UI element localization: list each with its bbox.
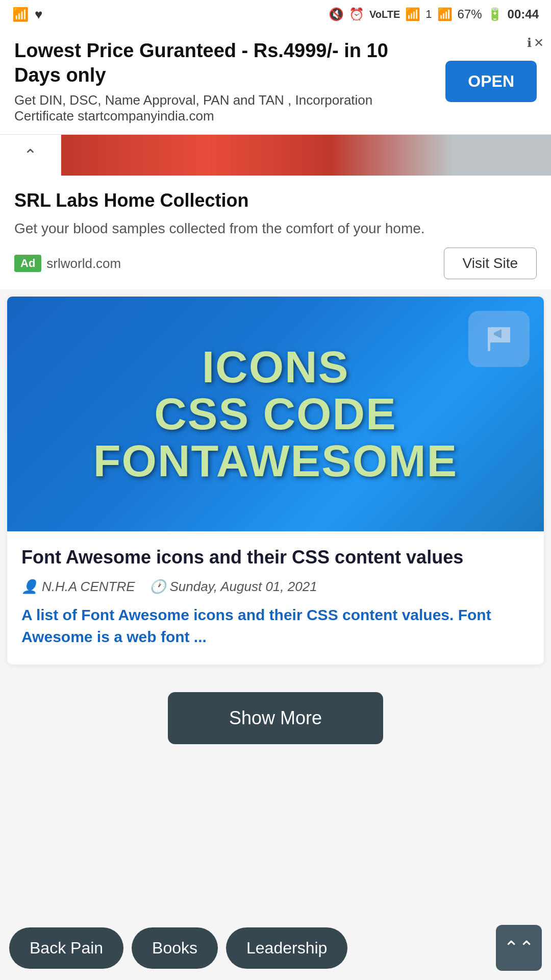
heart-icon: ♥ bbox=[35, 7, 42, 22]
bottom-tags-bar: Back Pain Books Leadership ⌃⌃ bbox=[0, 913, 551, 980]
srl-title: SRL Labs Home Collection bbox=[14, 190, 537, 211]
srl-footer: Ad srlworld.com Visit Site bbox=[14, 248, 537, 279]
article-card[interactable]: ICONSCSS CODEFONTAWESOME Font Awesome ic… bbox=[7, 297, 544, 665]
wifi-icon: 📶 bbox=[12, 7, 29, 22]
volte-icon: VoLTE bbox=[369, 9, 400, 20]
info-icon: ℹ bbox=[527, 36, 532, 50]
ad-banner-subtitle: Get DIN, DSC, Name Approval, PAN and TAN… bbox=[14, 92, 435, 124]
ad-badge: Ad bbox=[14, 255, 41, 272]
article-excerpt: A list of Font Awesome icons and their C… bbox=[21, 604, 530, 648]
article-image: ICONSCSS CODEFONTAWESOME bbox=[7, 297, 544, 531]
flag-icon bbox=[468, 311, 530, 367]
battery-icon: 🔋 bbox=[487, 7, 503, 21]
ad-banner-content: Lowest Price Guranteed - Rs.4999/- in 10… bbox=[14, 39, 435, 124]
show-more-button[interactable]: Show More bbox=[168, 692, 383, 744]
collapsed-image bbox=[61, 135, 551, 176]
scroll-top-button[interactable]: ⌃⌃ bbox=[496, 925, 542, 971]
ad-banner-title: Lowest Price Guranteed - Rs.4999/- in 10… bbox=[14, 39, 435, 87]
tag-chip-back-pain[interactable]: Back Pain bbox=[9, 927, 123, 969]
collapse-button[interactable]: ⌃ bbox=[0, 135, 61, 176]
clock-time: 00:44 bbox=[508, 7, 539, 21]
article-title: Font Awesome icons and their CSS content… bbox=[21, 546, 530, 570]
tag-chip-leadership[interactable]: Leadership bbox=[226, 927, 347, 969]
clock-icon: 🕐 bbox=[149, 579, 166, 595]
ad-banner: Lowest Price Guranteed - Rs.4999/- in 10… bbox=[0, 29, 551, 135]
article-meta: 👤 N.H.A CENTRE 🕐 Sunday, August 01, 2021 bbox=[21, 579, 530, 595]
signal-bars-icon: 📶 bbox=[437, 7, 453, 21]
ad-info-close[interactable]: ℹ ✕ bbox=[527, 36, 544, 50]
signal-wifi-icon: 📶 bbox=[405, 7, 420, 21]
date-text: Sunday, August 01, 2021 bbox=[170, 579, 317, 595]
alarm-icon: ⏰ bbox=[349, 7, 364, 21]
mute-icon: 🔇 bbox=[329, 7, 344, 21]
srl-source: Ad srlworld.com bbox=[14, 255, 121, 272]
author-name: N.H.A CENTRE bbox=[42, 579, 135, 595]
battery-percent: 67% bbox=[458, 7, 482, 21]
svg-rect-0 bbox=[488, 327, 490, 351]
article-author: 👤 N.H.A CENTRE bbox=[21, 579, 135, 595]
article-date: 🕐 Sunday, August 01, 2021 bbox=[149, 579, 317, 595]
srl-description: Get your blood samples collected from th… bbox=[14, 218, 537, 238]
article-body: Font Awesome icons and their CSS content… bbox=[7, 531, 544, 665]
chevron-up-icon: ⌃⌃ bbox=[504, 937, 534, 959]
status-right: 🔇 ⏰ VoLTE 📶 1 📶 67% 🔋 00:44 bbox=[329, 7, 539, 21]
show-more-section: Show More bbox=[0, 672, 551, 770]
close-icon: ✕ bbox=[534, 36, 544, 50]
user-icon: 👤 bbox=[21, 579, 38, 595]
srl-ad-section: SRL Labs Home Collection Get your blood … bbox=[0, 176, 551, 289]
ad-open-button[interactable]: OPEN bbox=[445, 61, 537, 102]
status-bar: 📶 ♥ 🔇 ⏰ VoLTE 📶 1 📶 67% 🔋 00:44 bbox=[0, 0, 551, 29]
sim-icon: 1 bbox=[425, 8, 432, 21]
tag-chip-books[interactable]: Books bbox=[132, 927, 218, 969]
srl-domain: srlworld.com bbox=[46, 256, 121, 272]
article-image-overlay-text: ICONSCSS CODEFONTAWESOME bbox=[93, 344, 458, 485]
collapsed-section: ⌃ bbox=[0, 135, 551, 176]
status-left: 📶 ♥ bbox=[12, 7, 42, 22]
visit-site-button[interactable]: Visit Site bbox=[444, 248, 537, 279]
